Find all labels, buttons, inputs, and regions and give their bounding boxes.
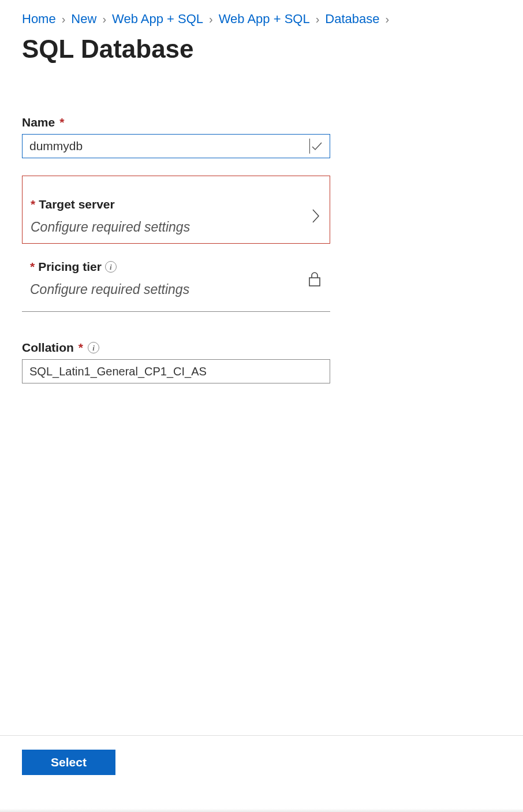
pricing-tier-label: Pricing tier	[38, 260, 102, 274]
chevron-right-icon: ›	[62, 13, 66, 25]
name-input-wrap[interactable]	[22, 134, 330, 158]
breadcrumb-database[interactable]: Database	[325, 12, 379, 27]
collation-label-text: Collation	[22, 341, 74, 355]
target-server-selector[interactable]: * Target server Configure required setti…	[22, 176, 330, 244]
collation-field: Collation * i	[22, 341, 330, 383]
required-asterisk: *	[59, 116, 64, 129]
collation-input-wrap[interactable]	[22, 359, 330, 383]
required-asterisk: *	[79, 341, 83, 355]
name-label-text: Name	[22, 116, 55, 129]
chevron-right-icon: ›	[386, 13, 390, 25]
chevron-right-icon	[310, 207, 322, 225]
info-icon[interactable]: i	[88, 342, 99, 353]
chevron-right-icon: ›	[209, 13, 213, 25]
breadcrumb-new[interactable]: New	[71, 12, 96, 27]
collation-input[interactable]	[28, 364, 324, 379]
required-asterisk: *	[30, 260, 35, 274]
breadcrumb-webapp-sql-1[interactable]: Web App + SQL	[112, 12, 203, 27]
name-input[interactable]	[28, 139, 311, 154]
pricing-tier-placeholder: Configure required settings	[30, 282, 189, 297]
breadcrumb-home[interactable]: Home	[22, 12, 56, 27]
select-button[interactable]: Select	[22, 750, 115, 775]
name-field: Name *	[22, 116, 330, 158]
breadcrumb: Home › New › Web App + SQL › Web App + S…	[22, 12, 501, 27]
required-asterisk: *	[31, 198, 35, 211]
breadcrumb-webapp-sql-2[interactable]: Web App + SQL	[219, 12, 310, 27]
collation-label: Collation * i	[22, 341, 330, 355]
chevron-right-icon: ›	[102, 13, 106, 25]
target-server-label: Target server	[39, 198, 115, 211]
pricing-tier-selector[interactable]: * Pricing tier i Configure required sett…	[22, 244, 330, 312]
checkmark-icon	[310, 139, 324, 153]
page-title: SQL Database	[22, 35, 501, 64]
info-icon[interactable]: i	[105, 261, 117, 273]
footer-bar: Select	[0, 735, 523, 775]
svg-rect-0	[309, 278, 320, 286]
bottom-shadow	[0, 809, 523, 812]
chevron-right-icon: ›	[316, 13, 320, 25]
lock-icon	[307, 270, 322, 288]
name-label: Name *	[22, 116, 330, 129]
target-server-placeholder: Configure required settings	[31, 219, 190, 235]
